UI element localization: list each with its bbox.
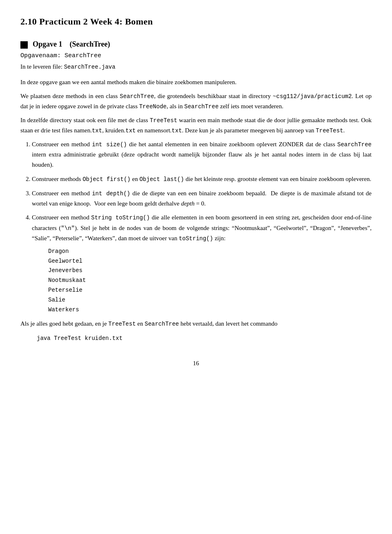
list-item-2: Construeer methods Object first() en Obj… (32, 174, 372, 184)
method-last: Object last() (139, 176, 184, 183)
method-depth: int depth() (92, 190, 130, 197)
opgave-meta-file: In te leveren file: SearchTree.java (20, 62, 372, 71)
ext-txt-1: txt (92, 127, 102, 134)
opgave-title: Opgave 1 (SearchTree) (33, 40, 110, 49)
file-name: SearchTree.java (64, 64, 116, 70)
method-first: Object first() (82, 176, 131, 183)
output-line-4: Nootmuskaat (48, 276, 372, 286)
list-item-4: Construeer een method String toString() … (32, 212, 372, 315)
paragraph-3: In dezelfde directory staat ook een file… (20, 115, 372, 135)
code-output-block: Dragon Geelwortel Jeneverbes Nootmuskaat… (48, 247, 372, 315)
class-treenode: TreeNode (139, 103, 167, 110)
method-size: int size() (92, 141, 127, 148)
class-treetest-3: TreeTest (108, 321, 136, 327)
paragraph-1: In deze opgave gaan we een aantal method… (20, 77, 372, 87)
paragraph-2: We plaatsen deze methods in een class Se… (20, 91, 372, 111)
class-treetest-2: TreeTest (316, 127, 343, 134)
final-command: java TreeTest kruiden.txt (37, 334, 372, 344)
page-number: 16 (20, 360, 372, 367)
list-item-3: Construeer een method int depth() die de… (32, 188, 372, 209)
output-line-2: Geelwortel (48, 257, 372, 266)
output-line-6: Salie (48, 295, 372, 305)
class-searchtree-2: SearchTree (184, 103, 218, 110)
opgave-meta-name: Opgavenaam: SearchTree (20, 50, 372, 61)
class-treetest-1: TreeTest (150, 117, 177, 124)
output-line-7: Waterkers (48, 305, 372, 315)
task-list: Construeer een method int size() die het… (32, 139, 372, 315)
newline-char: "\n" (61, 225, 75, 232)
output-line-1: Dragon (48, 247, 372, 257)
paragraph-final: Als je alles goed hebt gedaan, en je Tre… (20, 319, 372, 328)
page: 2.10 Practicum 2 Week 4: Bomen Opgave 1 … (20, 16, 372, 367)
method-tostring: String toString() (91, 214, 150, 221)
section-title: 2.10 Practicum 2 Week 4: Bomen (20, 16, 372, 27)
class-searchtree-3: SearchTree (337, 141, 372, 148)
method-tostring-ref: toString() (179, 235, 213, 242)
ext-txt-3: txt (172, 127, 182, 134)
output-line-5: Peterselie (48, 286, 372, 295)
black-square-icon (20, 41, 28, 49)
list-item-1: Construeer een method int size() die het… (32, 139, 372, 170)
directory-path: ~csg112/java/practicum2 (273, 93, 352, 100)
italic-depth: depth (181, 200, 194, 207)
output-line-3: Jeneverbes (48, 266, 372, 276)
opgave-header: Opgave 1 (SearchTree) (20, 40, 372, 49)
ext-txt-2: txt (125, 127, 136, 134)
class-searchtree-4: SearchTree (145, 321, 179, 327)
class-searchtree-1: SearchTree (120, 93, 154, 100)
